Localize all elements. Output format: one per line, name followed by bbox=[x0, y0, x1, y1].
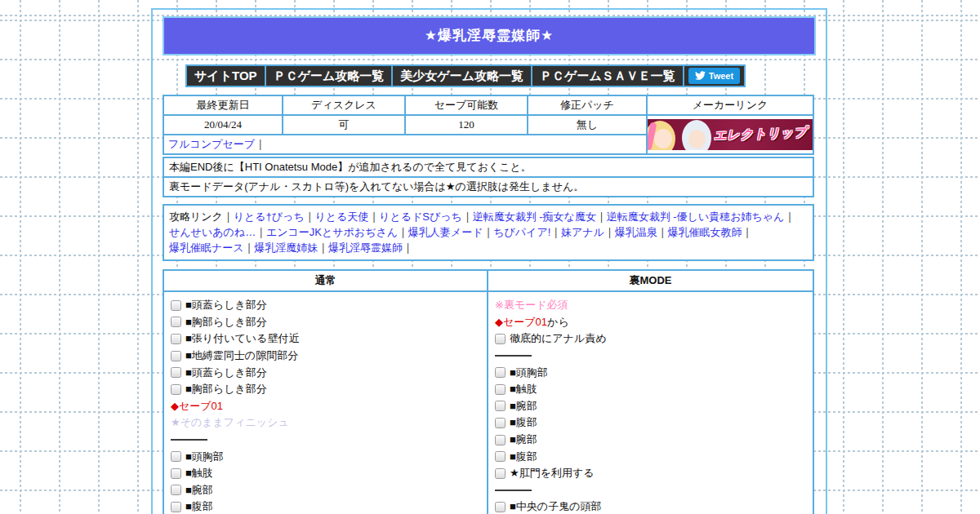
item-text: ◆セーブ01 bbox=[495, 315, 547, 330]
note-item: ◆セーブ01から bbox=[495, 314, 808, 331]
choice-checkbox[interactable] bbox=[495, 502, 506, 512]
divider-line bbox=[495, 490, 532, 491]
link-separator: ｜ bbox=[398, 226, 408, 238]
walkthrough-link[interactable]: 爆乳淫辱霊媒師 bbox=[328, 241, 403, 254]
link-separator: ｜ bbox=[305, 210, 315, 223]
choice-item[interactable]: ■腹部 bbox=[495, 448, 808, 465]
item-text: ■触肢 bbox=[510, 382, 537, 397]
walkthrough-link[interactable]: 爆乳人妻メード bbox=[408, 226, 483, 238]
fullcomp-save-link[interactable]: フルコンプセーブ bbox=[168, 138, 255, 150]
choice-checkbox[interactable] bbox=[171, 451, 181, 462]
info-value-last-updated: 20/04/24 bbox=[163, 115, 283, 135]
link-separator: ｜ bbox=[742, 226, 752, 238]
walkthrough-link[interactable]: 逆転魔女裁判 -優しい貴穂お姉ちゃん bbox=[607, 210, 785, 223]
item-text: ◆セーブ01 bbox=[171, 399, 223, 414]
nav-button-2[interactable]: 美少女ゲーム攻略一覧 bbox=[393, 66, 531, 86]
page-title: ★爆乳淫辱霊媒師★ bbox=[163, 16, 816, 55]
choice-item[interactable]: ■腹部 bbox=[171, 498, 482, 514]
item-text: ■腹部 bbox=[510, 450, 537, 464]
choice-checkbox[interactable] bbox=[495, 435, 506, 445]
walkthrough-link[interactable]: 爆乳催眠女教師 bbox=[667, 226, 742, 238]
nav-button-1[interactable]: ＰＣゲーム攻略一覧 bbox=[266, 66, 392, 86]
link-separator: ｜ bbox=[550, 226, 561, 238]
choice-checkbox[interactable] bbox=[171, 367, 181, 378]
choice-checkbox[interactable] bbox=[171, 502, 181, 512]
twitter-bird-icon bbox=[695, 70, 706, 81]
nav-button-3[interactable]: ＰＣゲームＳＡＶＥ一覧 bbox=[532, 66, 683, 86]
item-text: ■胸部らしき部分 bbox=[185, 315, 267, 330]
walkthrough-link[interactable]: 妹アナル bbox=[561, 226, 604, 238]
link-separator: ｜ bbox=[256, 226, 266, 238]
item-text: ■頭胸部 bbox=[510, 366, 548, 380]
section-divider bbox=[495, 348, 808, 365]
choice-item[interactable]: ■腕部 bbox=[171, 482, 482, 499]
section-divider bbox=[171, 432, 482, 449]
item-text: ■腹部 bbox=[185, 499, 213, 514]
choice-item[interactable]: ■頭蓋らしき部分 bbox=[171, 297, 482, 314]
nav-button-0[interactable]: サイトTOP bbox=[187, 66, 265, 86]
choice-item[interactable]: ■中央の子鬼の頭部 bbox=[495, 498, 808, 514]
walkthrough-link[interactable]: せんせいあのね… bbox=[169, 226, 256, 238]
choice-checkbox[interactable] bbox=[495, 418, 506, 428]
walkthrough-link[interactable]: 逆転魔女裁判 -痴女な魔女 bbox=[473, 210, 596, 223]
choice-checkbox[interactable] bbox=[171, 468, 181, 479]
link-separator: ｜ bbox=[403, 241, 413, 254]
link-separator: ｜ bbox=[784, 210, 795, 223]
choice-checkbox[interactable] bbox=[171, 351, 181, 361]
choice-item[interactable]: ■腕部 bbox=[495, 398, 808, 415]
banner-silver-face bbox=[688, 130, 706, 148]
tweet-button[interactable]: Tweet bbox=[688, 68, 740, 84]
choice-checkbox[interactable] bbox=[495, 384, 506, 395]
item-text: から bbox=[547, 315, 569, 330]
choice-item[interactable]: ■張り付いている壁付近 bbox=[171, 330, 482, 348]
link-separator: ｜ bbox=[604, 226, 615, 238]
normal-column-body: ■頭蓋らしき部分■胸部らしき部分■張り付いている壁付近■地縛霊同士の隙間部分■頭… bbox=[164, 292, 488, 514]
choice-checkbox[interactable] bbox=[171, 300, 181, 311]
choice-checkbox[interactable] bbox=[495, 468, 506, 479]
choice-checkbox[interactable] bbox=[495, 334, 506, 344]
choice-item[interactable]: ■頭胸部 bbox=[495, 364, 808, 381]
info-header-save-count: セーブ可能数 bbox=[405, 95, 528, 115]
ura-mode-column-body: ※裏モード必須◆セーブ01から徹底的にアナル責め■頭胸部■触肢■腕部■腹部■腕部… bbox=[488, 292, 813, 514]
choice-item[interactable]: ■腕部 bbox=[495, 432, 808, 449]
walkthrough-link[interactable]: りとるドSびっち bbox=[379, 210, 462, 223]
maker-banner[interactable]: エレクトリップ bbox=[648, 119, 813, 150]
walkthrough-link[interactable]: りとる†びっち bbox=[234, 210, 305, 223]
tweet-segment: Tweet bbox=[684, 66, 744, 86]
note-ura-mode-data: 裏モードデータ(アナル・スカトロ等)を入れてない場合は★の選択肢は発生しません。 bbox=[164, 176, 813, 196]
game-info-table: 最終更新日 ディスクレス セーブ可能数 修正パッチ メーカーリンク 20/04/… bbox=[163, 95, 814, 155]
choice-item[interactable]: ■触肢 bbox=[495, 381, 808, 398]
walkthrough-link[interactable]: ちびパイア! bbox=[493, 226, 550, 238]
choice-item[interactable]: ■頭蓋らしき部分 bbox=[171, 364, 482, 381]
walkthrough-link[interactable]: りとる天使 bbox=[314, 210, 368, 223]
choice-checkbox[interactable] bbox=[495, 367, 506, 378]
choice-checkbox[interactable] bbox=[171, 384, 181, 395]
choice-item[interactable]: ★肛門を利用する bbox=[495, 465, 808, 482]
info-value-patch: 無し bbox=[528, 115, 647, 135]
choice-item[interactable]: 徹底的にアナル責め bbox=[495, 330, 808, 348]
choice-item[interactable]: ■地縛霊同士の隙間部分 bbox=[171, 348, 482, 365]
choice-checkbox[interactable] bbox=[171, 485, 181, 495]
choice-checkbox[interactable] bbox=[495, 401, 506, 411]
choice-item[interactable]: ■胸部らしき部分 bbox=[171, 381, 482, 398]
walkthrough-link[interactable]: 爆乳催眠ナース bbox=[169, 241, 244, 254]
notes-box: 本編END後に【HTI Onatetsu Mode】が追加されるので全て見ておく… bbox=[163, 157, 814, 197]
item-text: ■頭蓋らしき部分 bbox=[185, 366, 267, 380]
item-text: ■腕部 bbox=[185, 483, 213, 498]
info-header-last-updated: 最終更新日 bbox=[163, 95, 283, 115]
choice-checkbox[interactable] bbox=[495, 451, 506, 462]
walkthrough-link[interactable]: 爆乳温泉 bbox=[615, 226, 657, 238]
link-separator: ｜ bbox=[483, 226, 493, 238]
note-item: ★そのままフィニッシュ bbox=[171, 414, 482, 432]
banner-brand-text: エレクトリップ bbox=[713, 125, 807, 144]
choice-checkbox[interactable] bbox=[171, 334, 181, 344]
item-text: ■地縛霊同士の隙間部分 bbox=[185, 348, 298, 363]
choice-item[interactable]: ■頭胸部 bbox=[171, 448, 482, 465]
choice-item[interactable]: ■腹部 bbox=[495, 414, 808, 432]
choice-item[interactable]: ■胸部らしき部分 bbox=[171, 314, 482, 331]
walkthrough-link[interactable]: エンコーJKとサポおぢさん bbox=[266, 226, 398, 238]
choice-item[interactable]: ■触肢 bbox=[171, 465, 482, 482]
walkthrough-link[interactable]: 爆乳淫魔姉妹 bbox=[254, 241, 318, 254]
section-divider bbox=[495, 482, 808, 499]
choice-checkbox[interactable] bbox=[171, 317, 181, 327]
